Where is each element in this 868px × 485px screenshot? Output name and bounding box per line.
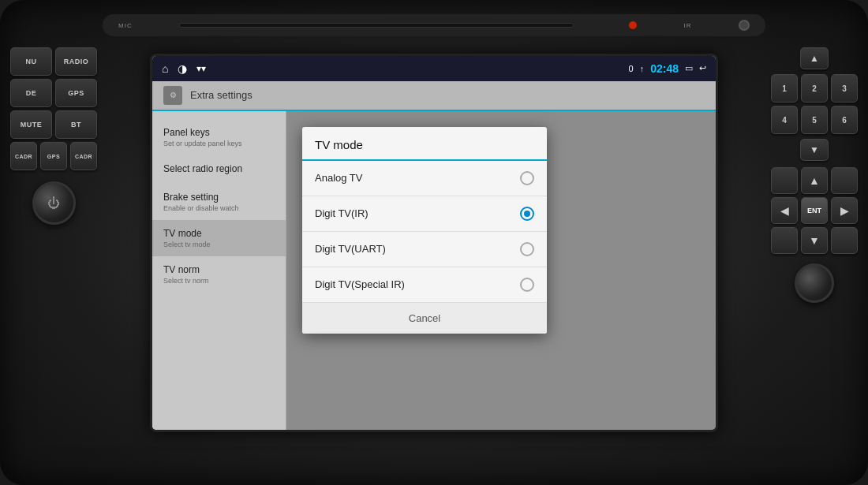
settings-item-sub: Select tv mode xyxy=(163,241,275,248)
btn-bt[interactable]: BT xyxy=(55,110,97,139)
dialog-box: TV mode Analog TV Digit TV(IR) Digit TV( xyxy=(302,127,547,334)
screen-container: ⌂ ◑ ▾▾ 0 ↑ 02:48 ▭ ↩ ⚙ xyxy=(150,54,718,432)
dialog-title: TV mode xyxy=(302,127,547,161)
num-btn-5[interactable]: 5 xyxy=(801,106,828,134)
btn-radio[interactable]: RADIO xyxy=(55,47,97,76)
nav-empty-tl xyxy=(771,167,798,194)
top-bar: MIC IR xyxy=(103,14,765,36)
nav-down-btn[interactable]: ▼ xyxy=(801,227,828,254)
num-btn-3[interactable]: 3 xyxy=(831,74,858,103)
back-icon[interactable]: ↩ xyxy=(699,63,706,73)
left-panel: NU RADIO DE GPS MUTE BT CADR GPS CADR ⏻ xyxy=(6,39,101,446)
settings-item-sub: Set or update panel keys xyxy=(163,140,275,147)
btn-row-3: MUTE BT xyxy=(10,110,97,139)
content-body: Panel keys Set or update panel keys Sele… xyxy=(152,111,716,430)
settings-header: ⚙ Extra settings xyxy=(152,81,716,111)
settings-item-title: TV mode xyxy=(163,228,275,239)
settings-item-radio-region[interactable]: Select radio region xyxy=(152,155,286,184)
content-wrapper: ⚙ Extra settings Panel keys Set or updat… xyxy=(152,81,716,430)
cd-indicator xyxy=(629,21,637,29)
status-right-icons: 0 ↑ 02:48 ▭ ↩ xyxy=(629,62,706,75)
settings-item-brake[interactable]: Brake setting Enable or disable watch xyxy=(152,184,286,220)
btn-row-4: CADR GPS CADR xyxy=(10,142,97,170)
dialog-option-label: Digit TV(IR) xyxy=(315,207,369,219)
num-btn-1[interactable]: 1 xyxy=(771,74,798,103)
btn-row-2: DE GPS xyxy=(10,79,97,107)
settings-item-tv-norm[interactable]: TV norm Select tv norm xyxy=(152,256,286,293)
settings-title: Extra settings xyxy=(190,89,253,101)
nav-left-btn[interactable]: ◀ xyxy=(771,197,798,224)
dialog-option-label: Digit TV(UART) xyxy=(315,243,386,255)
cd-slot xyxy=(179,23,574,28)
num-btn-2[interactable]: 2 xyxy=(801,74,828,103)
mic-label: MIC xyxy=(118,22,133,29)
settings-item-title: Panel keys xyxy=(163,127,275,138)
btn-cadr-1[interactable]: CADR xyxy=(10,142,37,170)
radio-circle-digit-uart xyxy=(520,242,534,256)
settings-item-title: Select radio region xyxy=(163,163,275,174)
settings-gear-icon: ⚙ xyxy=(170,91,177,99)
status-left-icons: ⌂ ◑ ▾▾ xyxy=(162,62,206,75)
settings-item-tv-mode[interactable]: TV mode Select tv mode xyxy=(152,220,286,256)
nav-empty-bl xyxy=(771,227,798,254)
arrow-up-button[interactable]: ▲ xyxy=(800,47,829,69)
num-btn-4[interactable]: 4 xyxy=(771,106,798,134)
btn-de[interactable]: DE xyxy=(10,79,52,107)
radio-circle-analog xyxy=(520,171,534,185)
settings-item-sub: Select tv norm xyxy=(163,277,275,285)
btn-gps-left[interactable]: GPS xyxy=(55,79,97,107)
ir-sensor xyxy=(739,20,750,31)
right-panel: ▲ 1 2 3 4 5 6 ▼ ▲ ◀ ENT ▶ ▼ xyxy=(767,39,862,446)
power-knob[interactable]: ⏻ xyxy=(32,181,76,225)
num-btn-6[interactable]: 6 xyxy=(831,106,858,134)
wifi-icon: ▾▾ xyxy=(196,63,206,74)
btn-mute[interactable]: MUTE xyxy=(10,110,52,139)
nav-right-btn[interactable]: ▶ xyxy=(831,197,858,224)
battery-icon: ▭ xyxy=(685,63,693,73)
settings-icon-box: ⚙ xyxy=(163,86,182,105)
dialog-option-label: Analog TV xyxy=(315,172,362,184)
nav-up-btn[interactable]: ▲ xyxy=(801,167,828,194)
btn-cadr-2[interactable]: CADR xyxy=(70,142,97,170)
dialog-overlay: TV mode Analog TV Digit TV(IR) Digit TV( xyxy=(286,111,716,430)
settings-item-title: Brake setting xyxy=(163,192,275,203)
arrow-down-button[interactable]: ▼ xyxy=(800,139,829,161)
settings-item-panel-keys[interactable]: Panel keys Set or update panel keys xyxy=(152,119,286,155)
settings-item-sub: Enable or disable watch xyxy=(163,204,275,212)
brightness-icon: ◑ xyxy=(178,62,187,75)
dialog-option-digit-ir[interactable]: Digit TV(IR) xyxy=(302,196,547,232)
dialog-option-digit-uart[interactable]: Digit TV(UART) xyxy=(302,232,547,267)
car-unit: MIC IR NU RADIO DE GPS MUTE BT CADR GPS … xyxy=(0,0,868,485)
settings-list: Panel keys Set or update panel keys Sele… xyxy=(152,111,286,430)
btn-nu[interactable]: NU xyxy=(10,47,52,76)
nav-empty-tr xyxy=(831,167,858,194)
numpad: 1 2 3 4 5 6 xyxy=(771,74,858,134)
radio-circle-digit-special xyxy=(520,278,534,292)
screen: ⌂ ◑ ▾▾ 0 ↑ 02:48 ▭ ↩ ⚙ xyxy=(152,56,716,430)
ir-label: IR xyxy=(683,22,691,29)
dialog-option-digit-special[interactable]: Digit TV(Special IR) xyxy=(302,267,547,303)
volume-knob[interactable] xyxy=(795,263,834,303)
time-display: 02:48 xyxy=(650,62,679,75)
status-bar: ⌂ ◑ ▾▾ 0 ↑ 02:48 ▭ ↩ xyxy=(152,56,716,81)
bluetooth-status: 0 xyxy=(629,64,634,73)
radio-circle-digit-ir xyxy=(520,207,534,221)
btn-row-1: NU RADIO xyxy=(10,47,97,76)
settings-item-title: TV norm xyxy=(163,264,275,275)
dialog-option-analog[interactable]: Analog TV xyxy=(302,161,547,196)
nav-empty-br xyxy=(831,227,858,254)
dialog-option-label: Digit TV(Special IR) xyxy=(315,278,405,290)
dialog-cancel-button[interactable]: Cancel xyxy=(302,303,547,334)
signal-bar: ↑ xyxy=(640,64,645,73)
nav-ent-btn[interactable]: ENT xyxy=(801,197,828,224)
home-icon: ⌂ xyxy=(162,62,168,75)
btn-gps-cadr[interactable]: GPS xyxy=(40,142,67,170)
nav-cluster: ▲ ◀ ENT ▶ ▼ xyxy=(771,167,858,254)
power-icon: ⏻ xyxy=(47,196,60,211)
